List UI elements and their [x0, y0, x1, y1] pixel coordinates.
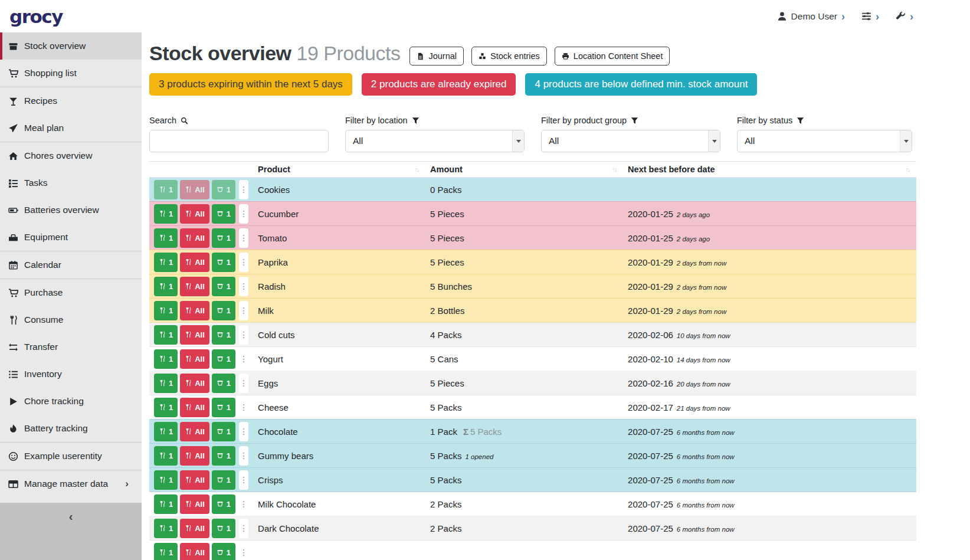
consume-one-button[interactable]: 1: [154, 349, 178, 369]
admin-menu[interactable]: ›: [896, 11, 913, 22]
open-one-button[interactable]: 1: [212, 277, 235, 296]
consume-all-button[interactable]: All: [180, 398, 209, 417]
sidebar-item-equipment[interactable]: Equipment: [0, 224, 142, 251]
location-filter-select[interactable]: All: [345, 130, 525, 152]
consume-all-button[interactable]: All: [180, 519, 209, 538]
open-one-button[interactable]: 1: [212, 519, 235, 538]
row-menu-button[interactable]: ⋮: [239, 349, 248, 369]
row-menu-button[interactable]: ⋮: [239, 301, 248, 320]
row-menu-button[interactable]: ⋮: [239, 422, 248, 441]
consume-one-button[interactable]: 1: [154, 543, 178, 560]
open-one-button[interactable]: 1: [212, 180, 235, 199]
sidebar-item-recipes[interactable]: Recipes: [0, 87, 142, 114]
open-one-button[interactable]: 1: [212, 374, 235, 393]
sidebar-item-transfer[interactable]: Transfer: [0, 333, 142, 361]
open-one-button[interactable]: 1: [212, 422, 235, 441]
row-menu-button[interactable]: ⋮: [239, 470, 248, 490]
open-one-button[interactable]: 1: [212, 470, 235, 490]
consume-one-button[interactable]: 1: [154, 180, 178, 199]
sidebar-item-shopping-list[interactable]: Shopping list: [0, 60, 142, 87]
sidebar-item-example-userentity[interactable]: Example userentity: [0, 443, 142, 470]
consume-all-button[interactable]: All: [180, 374, 209, 393]
consume-one-button[interactable]: 1: [154, 519, 178, 538]
consume-all-button[interactable]: All: [180, 228, 209, 248]
app-logo[interactable]: grocy: [9, 6, 63, 27]
sidebar-item-battery-tracking[interactable]: Battery tracking: [0, 415, 142, 442]
row-menu-button[interactable]: ⋮: [239, 228, 248, 248]
consume-one-button[interactable]: 1: [154, 204, 178, 224]
consume-one-button[interactable]: 1: [154, 277, 178, 296]
user-menu[interactable]: Demo User ›: [777, 11, 845, 22]
sidebar-item-inventory[interactable]: Inventory: [0, 361, 142, 388]
consume-one-button[interactable]: 1: [154, 374, 178, 393]
stock-entries-button[interactable]: Stock entries: [471, 47, 547, 66]
row-menu-button[interactable]: ⋮: [239, 253, 248, 272]
column-header-next-best-before-date[interactable]: Next best before date ↑↓: [623, 162, 916, 178]
row-menu-button[interactable]: ⋮: [239, 325, 248, 345]
row-menu-button[interactable]: ⋮: [239, 204, 248, 224]
column-header-amount[interactable]: Amount ↑↓: [425, 162, 623, 178]
date-note: 21 days from now: [677, 405, 730, 412]
consume-one-button[interactable]: 1: [154, 301, 178, 320]
open-one-button[interactable]: 1: [212, 301, 235, 320]
row-menu-button[interactable]: ⋮: [239, 398, 248, 417]
info-banner[interactable]: 4 products are below defined min. stock …: [525, 73, 757, 96]
sidebar-item-purchase[interactable]: Purchase: [0, 279, 142, 306]
settings-menu[interactable]: ›: [861, 11, 879, 22]
row-menu-button[interactable]: ⋮: [239, 374, 248, 393]
row-menu-button[interactable]: ⋮: [239, 446, 248, 466]
consume-all-button[interactable]: All: [180, 180, 209, 199]
consume-one-button[interactable]: 1: [154, 325, 178, 345]
status-filter-select[interactable]: All: [737, 130, 912, 152]
open-one-button[interactable]: 1: [212, 494, 235, 514]
sidebar-item-consume[interactable]: Consume: [0, 306, 142, 333]
warning-banner[interactable]: 3 products expiring within the next 5 da…: [149, 73, 352, 96]
consume-one-button[interactable]: 1: [154, 398, 178, 417]
row-menu-button[interactable]: ⋮: [239, 494, 248, 514]
location-content-sheet-button[interactable]: Location Content Sheet: [555, 47, 670, 66]
sidebar-item-meal-plan[interactable]: Meal plan: [0, 114, 142, 142]
row-menu-button[interactable]: ⋮: [239, 519, 248, 538]
sidebar-item-manage-master-data[interactable]: Manage master data ›: [0, 470, 142, 497]
sidebar-item-tasks[interactable]: Tasks: [0, 169, 142, 197]
consume-one-button[interactable]: 1: [154, 446, 178, 466]
open-one-button[interactable]: 1: [212, 325, 235, 345]
consume-one-button[interactable]: 1: [154, 228, 178, 248]
sidebar-item-chores-overview[interactable]: Chores overview: [0, 142, 142, 169]
sidebar-item-chore-tracking[interactable]: Chore tracking: [0, 388, 142, 415]
consume-all-button[interactable]: All: [180, 494, 209, 514]
consume-all-button[interactable]: All: [180, 422, 209, 441]
sidebar-collapse-button[interactable]: ‹: [0, 503, 142, 560]
danger-banner[interactable]: 2 products are already expired: [362, 73, 516, 96]
consume-all-button[interactable]: All: [180, 446, 209, 466]
consume-all-button[interactable]: All: [180, 349, 209, 369]
consume-all-button[interactable]: All: [180, 543, 209, 560]
sidebar-item-stock-overview[interactable]: Stock overview: [0, 32, 142, 60]
open-one-button[interactable]: 1: [212, 349, 235, 369]
journal-button[interactable]: Journal: [409, 47, 464, 66]
consume-all-button[interactable]: All: [180, 470, 209, 490]
consume-all-button[interactable]: All: [180, 204, 209, 224]
consume-all-button[interactable]: All: [180, 325, 209, 345]
row-menu-button[interactable]: ⋮: [239, 543, 248, 560]
column-header-product[interactable]: Product ↑↓: [253, 162, 425, 178]
product-group-filter-select[interactable]: All: [541, 130, 720, 152]
open-one-button[interactable]: 1: [212, 204, 235, 224]
consume-all-button[interactable]: All: [180, 277, 209, 296]
open-one-button[interactable]: 1: [212, 253, 235, 272]
consume-one-button[interactable]: 1: [154, 470, 178, 490]
open-one-button[interactable]: 1: [212, 228, 235, 248]
row-menu-button[interactable]: ⋮: [239, 180, 248, 199]
open-one-button[interactable]: 1: [212, 446, 235, 466]
consume-one-button[interactable]: 1: [154, 253, 178, 272]
consume-one-button[interactable]: 1: [154, 494, 178, 514]
sidebar-item-calendar[interactable]: Calendar: [0, 251, 142, 279]
sidebar-item-batteries-overview[interactable]: Batteries overview: [0, 197, 142, 224]
consume-one-button[interactable]: 1: [154, 422, 178, 441]
open-one-button[interactable]: 1: [212, 543, 235, 560]
row-menu-button[interactable]: ⋮: [239, 277, 248, 296]
open-one-button[interactable]: 1: [212, 398, 235, 417]
search-input[interactable]: [149, 130, 329, 152]
consume-all-button[interactable]: All: [180, 253, 209, 272]
consume-all-button[interactable]: All: [180, 301, 209, 320]
